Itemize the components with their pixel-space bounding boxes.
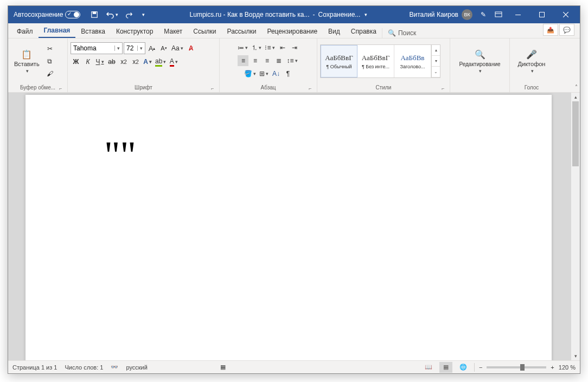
- styles-gallery[interactable]: АаБбВвГ¶ Обычный АаБбВвГ¶ Без инте... Аа…: [320, 44, 440, 78]
- styles-launcher-icon[interactable]: ⌐: [440, 86, 446, 91]
- zoom-level[interactable]: 120 %: [559, 364, 576, 371]
- style-heading[interactable]: АаБбВвЗаголово...: [394, 45, 431, 77]
- page[interactable]: "": [25, 95, 552, 360]
- scroll-up-icon[interactable]: ▴: [571, 93, 580, 101]
- style-normal[interactable]: АаБбВвГ¶ Обычный: [321, 45, 357, 77]
- read-mode-icon[interactable]: 📖: [422, 362, 435, 373]
- shrink-font-icon[interactable]: A▾: [158, 43, 169, 54]
- zoom-out-icon[interactable]: −: [479, 364, 482, 371]
- scroll-down-icon[interactable]: ▾: [571, 352, 580, 360]
- user-section[interactable]: Виталий Каиров ВК: [406, 9, 476, 20]
- align-center-icon[interactable]: ≡: [250, 55, 260, 66]
- font-name-combo[interactable]: ▾: [71, 42, 123, 54]
- styles-up-icon[interactable]: ▴: [432, 45, 440, 56]
- align-right-icon[interactable]: ≡: [261, 55, 272, 66]
- comments-button[interactable]: 💬: [559, 24, 574, 36]
- ribbon-display-icon[interactable]: [491, 7, 506, 22]
- separator: [474, 363, 475, 372]
- bullets-icon[interactable]: ≔▾: [237, 42, 249, 53]
- paragraph-launcher-icon[interactable]: ⌐: [308, 86, 313, 91]
- tab-layout[interactable]: Макет: [158, 25, 188, 38]
- avatar: ВК: [462, 9, 472, 20]
- tab-review[interactable]: Рецензирование: [261, 25, 323, 38]
- tab-view[interactable]: Вид: [323, 25, 346, 38]
- autosave-section: Автосохранение ✓: [10, 11, 84, 18]
- decrease-indent-icon[interactable]: ⇤: [277, 42, 288, 53]
- underline-button[interactable]: Ч▾: [94, 56, 105, 67]
- vertical-scrollbar[interactable]: ▴ ▾: [571, 93, 580, 360]
- close-button[interactable]: [554, 6, 578, 23]
- dictate-button[interactable]: 🎤 Диктофон ▾: [515, 42, 549, 81]
- italic-button[interactable]: К: [82, 56, 93, 67]
- paste-button[interactable]: 📋 Вставить ▾: [11, 42, 43, 81]
- zoom-thumb[interactable]: [520, 364, 525, 371]
- strikethrough-icon[interactable]: ab: [106, 56, 117, 67]
- word-count[interactable]: Число слов: 1: [65, 364, 103, 371]
- search-box[interactable]: 🔍 Поиск: [382, 28, 421, 38]
- font-size-combo[interactable]: ▾: [124, 42, 145, 54]
- bold-button[interactable]: Ж: [71, 56, 81, 67]
- styles-down-icon[interactable]: ▾: [432, 56, 440, 67]
- tab-mailings[interactable]: Рассылки: [222, 25, 262, 38]
- show-marks-icon[interactable]: ¶: [283, 68, 293, 79]
- superscript-icon[interactable]: x2: [130, 56, 141, 67]
- window-controls: [506, 6, 578, 23]
- autosave-toggle[interactable]: ✓: [65, 11, 80, 18]
- spellcheck-icon[interactable]: 👓: [111, 364, 118, 371]
- tab-references[interactable]: Ссылки: [188, 25, 221, 38]
- language-status[interactable]: русский: [126, 364, 147, 371]
- drawing-icon[interactable]: ✎: [476, 7, 491, 22]
- increase-indent-icon[interactable]: ⇥: [289, 42, 300, 53]
- qat-customize-icon[interactable]: ▾: [139, 7, 148, 22]
- share-button[interactable]: 📤: [543, 24, 558, 36]
- sort-icon[interactable]: A↓: [271, 68, 282, 79]
- tab-design[interactable]: Конструктор: [111, 25, 158, 38]
- maximize-button[interactable]: [530, 6, 554, 23]
- copy-icon[interactable]: ⧉: [44, 56, 55, 67]
- font-size-input[interactable]: [124, 44, 137, 52]
- web-layout-icon[interactable]: 🌐: [457, 362, 470, 373]
- highlight-icon[interactable]: ab▾: [154, 56, 167, 67]
- style-no-spacing[interactable]: АаБбВвГ¶ Без инте...: [357, 45, 394, 77]
- format-painter-icon[interactable]: 🖌: [44, 68, 55, 79]
- tab-help[interactable]: Справка: [346, 25, 382, 38]
- subscript-icon[interactable]: x2: [118, 56, 129, 67]
- font-color-icon[interactable]: A▾: [168, 56, 179, 67]
- align-left-icon[interactable]: ≡: [238, 55, 248, 66]
- cut-icon[interactable]: ✂: [44, 43, 55, 54]
- multilevel-list-icon[interactable]: ⁝≡▾: [264, 42, 276, 53]
- collapse-ribbon-icon[interactable]: ˄: [575, 84, 578, 90]
- tab-home[interactable]: Главная: [39, 24, 76, 38]
- editing-button[interactable]: 🔍 Редактирование ▾: [456, 42, 503, 81]
- print-layout-icon[interactable]: ▦: [439, 362, 452, 373]
- tab-insert[interactable]: Вставка: [75, 25, 111, 38]
- undo-icon[interactable]: ▾: [104, 7, 119, 22]
- page-status[interactable]: Страница 1 из 1: [12, 364, 57, 371]
- tab-file[interactable]: Файл: [11, 25, 39, 38]
- font-launcher-icon[interactable]: ⌐: [210, 86, 215, 91]
- shading-icon[interactable]: 🪣▾: [243, 68, 257, 79]
- ribbon: 📋 Вставить ▾ ✂ ⧉ 🖌 Буфер обме...⌐ ▾ ▾ A▴: [8, 38, 580, 93]
- zoom-slider[interactable]: [487, 366, 546, 368]
- clear-formatting-icon[interactable]: A̷: [186, 43, 196, 54]
- numbering-icon[interactable]: ⒈▾: [250, 42, 263, 53]
- styles-more-icon[interactable]: ⌄: [432, 67, 440, 77]
- redo-icon[interactable]: [122, 7, 137, 22]
- change-case-icon[interactable]: Aa▾: [170, 43, 184, 54]
- scroll-thumb[interactable]: [572, 101, 579, 166]
- line-spacing-icon[interactable]: ↕≡▾: [285, 55, 298, 66]
- group-paragraph: ≔▾ ⒈▾ ⁝≡▾ ⇤ ⇥ ≡ ≡ ≡ ≣ ↕≡▾ 🪣▾ ⊞▾ A↓: [220, 38, 317, 92]
- document-text[interactable]: "": [104, 135, 136, 174]
- minimize-button[interactable]: [506, 6, 530, 23]
- macro-icon[interactable]: ▦: [220, 364, 226, 371]
- text-effects-icon[interactable]: A▾: [142, 56, 153, 67]
- save-icon[interactable]: [87, 7, 102, 22]
- clipboard-launcher-icon[interactable]: ⌐: [58, 86, 63, 91]
- user-name: Виталий Каиров: [409, 11, 458, 18]
- zoom-in-icon[interactable]: +: [551, 364, 554, 371]
- font-name-input[interactable]: [71, 44, 114, 52]
- borders-icon[interactable]: ⊞▾: [258, 68, 270, 79]
- grow-font-icon[interactable]: A▴: [146, 43, 157, 54]
- justify-icon[interactable]: ≣: [273, 55, 284, 66]
- styles-scroll: ▴▾⌄: [431, 45, 440, 77]
